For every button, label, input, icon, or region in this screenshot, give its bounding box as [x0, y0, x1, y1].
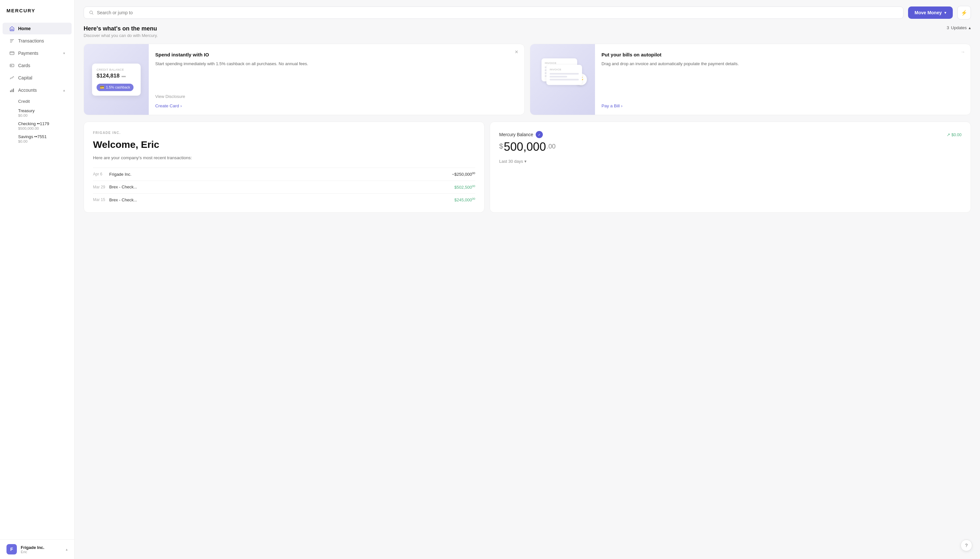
- promo-cards: CREDIT BALANCE $124,818 ▬ 💳 1.5% cashbac…: [84, 44, 971, 115]
- bills-card-desc: Drag and drop an invoice and automatical…: [602, 61, 964, 99]
- txn-amount-2: $502,50000: [454, 185, 475, 190]
- sidebar-item-accounts-label: Accounts: [18, 88, 37, 93]
- footer-user: Eric: [21, 550, 62, 554]
- bills-card-nav-button[interactable]: →: [959, 48, 967, 56]
- checking-amount: $500,000.00: [18, 126, 65, 131]
- balance-card: Mercury Balance ✓ ↗ $0.00 $ 500,000 .00 …: [490, 122, 971, 213]
- help-button[interactable]: ?: [960, 539, 972, 551]
- balance-period-label: Last 30 days: [499, 159, 523, 164]
- svg-rect-9: [13, 89, 14, 92]
- create-card-button[interactable]: Create Card ›: [155, 103, 518, 108]
- svg-rect-2: [10, 42, 12, 43]
- treasury-name: Treasury: [18, 108, 65, 113]
- sidebar-item-savings[interactable]: Savings ••7551 $0.00: [3, 132, 72, 145]
- balance-main: 500,000: [504, 140, 546, 154]
- flash-icon: ⚡: [961, 10, 967, 16]
- bottom-grid: FRIGADE INC. Welcome, Eric Here are your…: [84, 122, 971, 213]
- sidebar-item-home-label: Home: [18, 26, 31, 31]
- welcome-card: FRIGADE INC. Welcome, Eric Here are your…: [84, 122, 485, 213]
- bills-card-title: Put your bills on autopilot: [602, 52, 964, 57]
- transaction-row-1[interactable]: Apr 6 Frigade Inc. −$250,00000: [93, 168, 475, 180]
- balance-header: Mercury Balance ✓ ↗ $0.00: [499, 131, 962, 138]
- sidebar-item-accounts[interactable]: Accounts ▴: [3, 84, 72, 96]
- card-icon: ▬: [122, 73, 126, 78]
- txn-date-1: Apr 6: [93, 172, 109, 176]
- company-label: FRIGADE INC.: [93, 131, 475, 134]
- move-money-label: Move Money: [914, 10, 942, 15]
- sidebar-item-payments[interactable]: Payments ▾: [3, 47, 72, 59]
- credit-amount: $124,818 ▬: [97, 73, 136, 79]
- credit-balance-label: CREDIT BALANCE: [97, 68, 136, 71]
- io-card-body: Spend instantly with IO Start spending i…: [149, 44, 525, 115]
- cashback-label: 1.5% cashback: [106, 85, 130, 89]
- balance-cents: .00: [547, 143, 556, 150]
- sidebar-item-transactions[interactable]: Transactions: [3, 35, 72, 47]
- cashback-icon: 💳: [100, 85, 104, 89]
- cashback-badge: 💳 1.5% cashback: [97, 84, 134, 91]
- svg-point-6: [12, 65, 12, 66]
- pay-bill-chevron: ›: [621, 103, 622, 108]
- sidebar-item-credit[interactable]: Credit: [3, 97, 72, 106]
- create-card-chevron: ›: [180, 103, 182, 108]
- flash-button[interactable]: ⚡: [957, 6, 971, 20]
- txn-name-3: Brex - Check...: [109, 197, 454, 202]
- app-logo: MERCURY: [0, 8, 74, 22]
- payments-chevron: ▾: [63, 51, 65, 55]
- io-card-close-button[interactable]: ✕: [513, 48, 520, 56]
- shield-icon: ✓: [536, 131, 543, 138]
- transaction-row-2[interactable]: Mar 29 Brex - Check... $502,50000: [93, 180, 475, 193]
- balance-label: Mercury Balance ✓: [499, 131, 543, 138]
- sidebar-item-capital[interactable]: Capital: [3, 72, 72, 84]
- menu-subtitle: Discover what you can do with Mercury.: [84, 33, 158, 38]
- view-disclosure-link[interactable]: View Disclosure: [155, 94, 518, 99]
- updates-count: 3: [947, 25, 949, 30]
- io-card-visual: CREDIT BALANCE $124,818 ▬ 💳 1.5% cashbac…: [84, 44, 149, 115]
- sidebar-item-checking[interactable]: Checking ••1179 $500,000.00: [3, 120, 72, 132]
- updates-chevron: ▴: [968, 25, 971, 30]
- sidebar-item-treasury[interactable]: Treasury $0.00: [3, 107, 72, 119]
- treasury-amount: $0.00: [18, 114, 65, 117]
- balance-period-selector[interactable]: Last 30 days ▾: [499, 159, 962, 164]
- sidebar-item-home[interactable]: Home: [3, 23, 72, 35]
- pay-bill-button[interactable]: Pay a Bill ›: [602, 103, 964, 108]
- transaction-row-3[interactable]: Mar 15 Brex - Check... $245,00000: [93, 193, 475, 206]
- txn-amount-3: $245,00000: [454, 197, 475, 202]
- accounts-icon: [9, 87, 15, 93]
- move-money-chevron: ▾: [944, 11, 946, 15]
- cards-icon: [9, 63, 15, 68]
- txn-date-2: Mar 29: [93, 185, 109, 189]
- accounts-chevron: ▴: [63, 88, 65, 93]
- search-icon: [89, 10, 94, 15]
- balance-change: ↗ $0.00: [947, 132, 962, 137]
- bills-card-body: Put your bills on autopilot Drag and dro…: [595, 44, 971, 115]
- invoice-mockup: INVOICE INVOICE ⚡: [538, 55, 587, 104]
- avatar: F: [7, 544, 17, 554]
- sidebar-item-payments-label: Payments: [18, 51, 38, 56]
- io-promo-card: CREDIT BALANCE $124,818 ▬ 💳 1.5% cashbac…: [84, 44, 525, 115]
- search-bar[interactable]: [84, 7, 904, 19]
- balance-amount: $ 500,000 .00: [499, 140, 962, 154]
- credit-card-mockup: CREDIT BALANCE $124,818 ▬ 💳 1.5% cashbac…: [92, 64, 141, 96]
- updates-badge[interactable]: 3 Updates ▴: [947, 25, 971, 30]
- svg-rect-3: [10, 52, 14, 55]
- welcome-desc: Here are your company's most recent tran…: [93, 155, 475, 161]
- period-chevron: ▾: [525, 159, 526, 164]
- bills-promo-card: INVOICE INVOICE ⚡: [530, 44, 971, 115]
- payments-icon: [9, 50, 15, 56]
- capital-icon: [9, 75, 15, 81]
- help-icon: ?: [965, 543, 968, 548]
- sidebar-footer[interactable]: F Frigade Inc. Eric ▴: [0, 539, 74, 559]
- move-money-button[interactable]: Move Money ▾: [908, 7, 953, 19]
- sidebar-item-credit-label: Credit: [18, 99, 30, 104]
- balance-dollar: $: [499, 142, 503, 150]
- sidebar-item-cards-label: Cards: [18, 63, 30, 68]
- search-input[interactable]: [97, 10, 898, 15]
- txn-name-1: Frigade Inc.: [109, 172, 452, 177]
- sidebar-item-cards[interactable]: Cards: [3, 60, 72, 71]
- savings-amount: $0.00: [18, 139, 65, 143]
- checking-name: Checking ••1179: [18, 121, 65, 126]
- io-card-title: Spend instantly with IO: [155, 52, 518, 57]
- main-content: Move Money ▾ ⚡ Here's what's on the menu…: [74, 0, 980, 559]
- bills-card-visual: INVOICE INVOICE ⚡: [530, 44, 595, 115]
- svg-rect-7: [10, 91, 11, 92]
